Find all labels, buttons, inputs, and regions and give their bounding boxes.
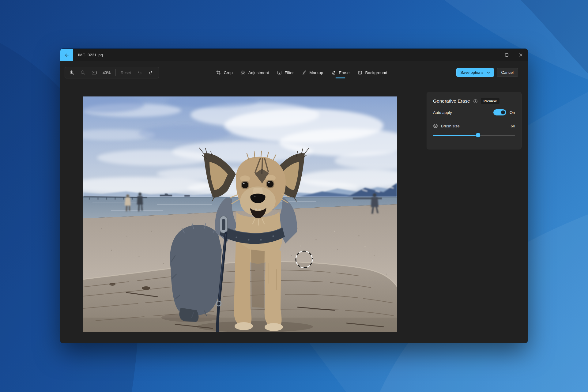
tab-markup[interactable]: Markup (299, 67, 326, 78)
photos-app-window: IMG_0221.jpg (60, 49, 528, 343)
svg-text:1:1: 1:1 (93, 72, 96, 74)
undo-button[interactable] (134, 68, 145, 77)
brush-size-slider[interactable] (433, 132, 515, 138)
save-options-button[interactable]: Save options (456, 68, 494, 77)
tab-adjustment[interactable]: Adjustment (238, 67, 272, 78)
zoom-in-icon (70, 70, 74, 75)
filter-icon (277, 70, 282, 75)
maximize-button[interactable] (499, 49, 514, 61)
auto-apply-state: On (510, 110, 515, 115)
brush-size-label: Brush size (441, 124, 460, 128)
brush-slider-fill (433, 135, 478, 136)
tab-filter-label: Filter (285, 70, 294, 75)
photo-illustration (83, 96, 397, 332)
erase-icon (331, 70, 336, 75)
panel-header: Generative Erase Preview (433, 98, 515, 104)
maximize-icon (505, 53, 508, 57)
zoom-level: 43% (100, 70, 113, 75)
brush-size-row: Brush size 60 (433, 123, 515, 128)
zoom-out-icon (81, 70, 85, 75)
toolbar: 1:1 43% Reset (60, 67, 528, 78)
tab-background-label: Background (365, 70, 387, 75)
auto-apply-toggle[interactable] (493, 109, 506, 115)
close-button[interactable] (514, 49, 528, 61)
info-icon[interactable] (473, 99, 478, 104)
minimize-icon (491, 53, 494, 57)
auto-apply-row: Auto apply On (433, 109, 515, 115)
redo-icon (148, 70, 153, 75)
tab-adjustment-label: Adjustment (248, 70, 269, 75)
actual-size-button[interactable]: 1:1 (89, 68, 99, 77)
auto-apply-label: Auto apply (433, 110, 452, 115)
photo-canvas[interactable] (83, 96, 397, 332)
brush-size-icon (433, 123, 438, 128)
tab-markup-label: Markup (309, 70, 323, 75)
toolbar-actions: Save options Cancel (456, 68, 518, 77)
panel-title: Generative Erase (433, 98, 470, 104)
reset-button[interactable]: Reset (118, 70, 134, 75)
preview-badge: Preview (481, 98, 499, 104)
markup-icon (302, 70, 307, 75)
brush-size-value: 60 (511, 124, 515, 128)
tab-background[interactable]: Background (355, 67, 390, 78)
zoom-in-button[interactable] (67, 68, 77, 77)
cancel-label: Cancel (501, 70, 514, 75)
zoom-out-button[interactable] (78, 68, 88, 77)
redo-button[interactable] (145, 68, 156, 77)
adjustment-icon (241, 70, 246, 75)
actual-size-icon: 1:1 (92, 70, 97, 75)
cancel-button[interactable]: Cancel (497, 68, 518, 77)
toolbar-divider (115, 69, 116, 76)
chevron-down-icon (487, 72, 490, 74)
tab-erase[interactable]: Erase (328, 67, 352, 78)
edit-tabs: Crop Adjustment (213, 67, 390, 78)
toggle-knob (501, 111, 505, 115)
background-icon (358, 70, 363, 75)
back-button[interactable] (60, 49, 73, 61)
titlebar: IMG_0221.jpg (60, 49, 528, 61)
window-title: IMG_0221.jpg (78, 53, 103, 57)
back-arrow-icon (64, 53, 69, 58)
minimize-button[interactable] (485, 49, 499, 61)
tab-crop-label: Crop (224, 70, 232, 75)
close-icon (519, 53, 522, 57)
window-controls (485, 49, 528, 61)
tab-filter[interactable]: Filter (274, 67, 297, 78)
brush-slider-thumb[interactable] (476, 133, 481, 138)
crop-icon (216, 70, 221, 75)
generative-erase-panel: Generative Erase Preview Auto apply On B… (427, 92, 522, 149)
tab-crop[interactable]: Crop (213, 67, 236, 78)
save-options-label: Save options (460, 70, 483, 75)
undo-icon (137, 70, 142, 75)
zoom-toolbar: 1:1 43% Reset (65, 67, 159, 78)
tab-erase-label: Erase (339, 70, 349, 75)
